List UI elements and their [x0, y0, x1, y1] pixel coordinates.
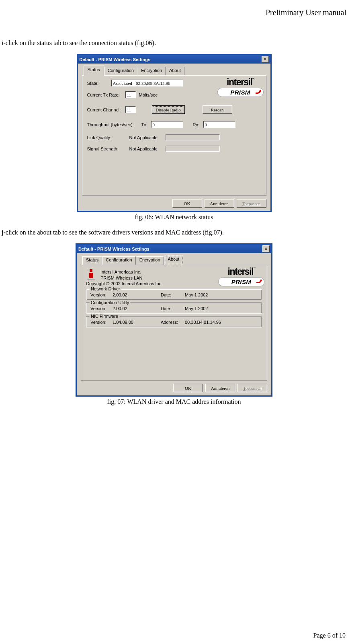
signal-strength-bar: [166, 146, 220, 152]
nic-firmware-version: 1.04.09.00: [113, 320, 161, 325]
brand-logo: intersil™ PRISM: [218, 267, 264, 286]
tab-panel: intersil™ PRISM Intersil Americas Inc. P…: [81, 265, 267, 381]
nic-firmware-group: NIC Firmware Version: 1.04.09.00 Address…: [86, 316, 262, 327]
rescan-button[interactable]: Rescan: [203, 105, 232, 114]
nic-firmware-address: 00.30.B4.01.14.96: [185, 320, 221, 325]
channel-field[interactable]: 11: [125, 106, 136, 113]
group-legend: Network Driver: [90, 286, 121, 291]
cancel-button[interactable]: Annuleren: [205, 384, 235, 392]
txrate-label: Current Tx Rate:: [87, 93, 125, 97]
rx-field[interactable]: 0: [203, 121, 235, 128]
tab-status[interactable]: Status: [84, 66, 104, 76]
config-utility-version: 2.00.02: [113, 306, 161, 311]
tab-configuration[interactable]: Configuration: [104, 67, 137, 76]
version-label: Version:: [90, 306, 113, 311]
state-field[interactable]: Associated - 02:30:B5:8A:14:96: [111, 80, 183, 86]
rx-label: Rx:: [193, 122, 203, 127]
version-label: Version:: [90, 320, 113, 325]
ok-button[interactable]: OK: [172, 199, 202, 208]
channel-label: Current Channel:: [87, 107, 125, 112]
window-title: Default - PRISM Wireless Settings: [80, 57, 262, 62]
window-title: Default - PRISM Wireless Settings: [78, 247, 262, 251]
product-name: PRISM Wireless LAN: [100, 276, 143, 280]
info-icon: [86, 269, 97, 280]
date-label: Date:: [161, 306, 185, 311]
instruction-i: i-click on the status tab to see the con…: [0, 39, 348, 47]
tab-panel: intersil™ PRISM State: Associated - 02:3…: [82, 75, 266, 196]
date-label: Date:: [161, 292, 185, 297]
network-driver-date: May 1 2002: [185, 292, 208, 297]
signal-strength-label: Signal Strength:: [87, 146, 129, 151]
brand-logo: intersil™ PRISM: [217, 78, 264, 97]
figure-caption-06: fig, 06: WLAN network status: [0, 214, 348, 221]
tab-encryption[interactable]: Encryption: [137, 67, 166, 76]
apply-button[interactable]: Toepassen: [237, 384, 267, 392]
tab-status[interactable]: Status: [82, 256, 102, 265]
group-legend: Configuration Utility: [90, 300, 130, 305]
link-quality-label: Link Quality:: [87, 135, 129, 140]
button-bar: OK Annuleren Toepassen: [77, 384, 271, 395]
group-legend: NIC Firmware: [90, 314, 119, 319]
close-icon[interactable]: ×: [262, 245, 270, 252]
link-quality-value: Not Applicable: [129, 135, 166, 140]
txrate-unit: Mbits/sec: [139, 93, 158, 97]
disable-radio-button[interactable]: Disable Radio: [152, 105, 185, 114]
close-icon[interactable]: ×: [262, 56, 269, 63]
intersil-text: intersil: [227, 77, 252, 87]
prism-text: PRISM: [230, 89, 250, 96]
state-label: State:: [87, 81, 111, 86]
tab-strip: Status Configuration Encryption About: [77, 253, 271, 265]
apply-button[interactable]: Toepassen: [237, 199, 266, 208]
version-label: Version:: [90, 292, 113, 297]
tab-about[interactable]: About: [164, 255, 184, 265]
ok-button[interactable]: OK: [173, 384, 203, 392]
tab-configuration[interactable]: Configuration: [102, 256, 135, 265]
intersil-text: intersil: [228, 266, 253, 277]
throughput-label: Throughput (bytes/sec):: [87, 122, 141, 127]
page-footer: Page 6 of 10: [313, 632, 346, 639]
config-utility-date: May 1 2002: [185, 306, 208, 311]
link-quality-bar: [166, 134, 220, 140]
button-bar: OK Annuleren Toepassen: [78, 199, 270, 211]
prism-text: PRISM: [231, 278, 252, 285]
tab-about[interactable]: About: [166, 67, 184, 76]
status-window: Default - PRISM Wireless Settings × Stat…: [77, 54, 272, 212]
signal-strength-value: Not Applicable: [129, 146, 166, 151]
network-driver-version: 2.00.02: [113, 292, 161, 297]
about-window: Default - PRISM Wireless Settings × Stat…: [76, 243, 272, 397]
company-name: Intersil Americas Inc.: [100, 270, 143, 274]
titlebar: Default - PRISM Wireless Settings ×: [78, 55, 270, 64]
tx-label: Tx:: [141, 122, 151, 127]
config-utility-group: Configuration Utility Version: 2.00.02 D…: [86, 302, 262, 314]
cancel-button[interactable]: Annuleren: [205, 199, 234, 208]
instruction-j: j-click on the about tab to see the soft…: [0, 229, 348, 236]
tab-strip: Status Configuration Encryption About: [78, 64, 270, 75]
titlebar: Default - PRISM Wireless Settings ×: [77, 245, 271, 253]
page-header: Preliminary User manual: [0, 8, 348, 17]
network-driver-group: Network Driver Version: 2.00.02 Date: Ma…: [86, 289, 262, 300]
figure-caption-07: fig, 07: WLAN driver and MAC addres info…: [0, 398, 348, 405]
address-label: Address:: [161, 320, 185, 325]
tx-field[interactable]: 0: [151, 121, 183, 128]
tab-encryption[interactable]: Encryption: [136, 256, 164, 265]
txrate-field[interactable]: 11: [125, 91, 136, 98]
